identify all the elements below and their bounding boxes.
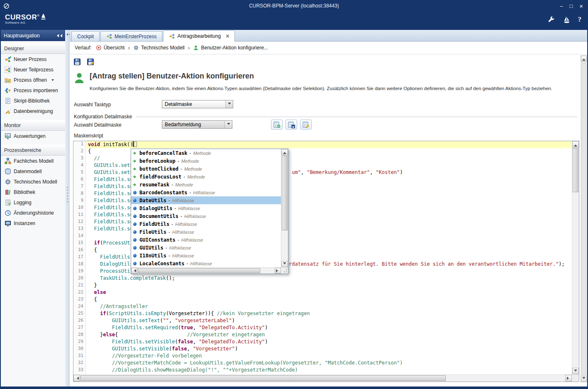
autocomplete-separator: - (181, 166, 182, 172)
code-line[interactable]: else (86, 289, 572, 296)
tab-antragsbearbeitung[interactable]: Antragsbearbeitung× (163, 30, 235, 42)
sidebar-item-skript-bibliothek[interactable]: Skript-Bibliothek (1, 95, 65, 106)
autocomplete-item-fileutils[interactable]: FileUtils - Hilfsklasse (131, 228, 281, 236)
splitter-handle[interactable] (67, 187, 68, 203)
class-icon (132, 253, 137, 258)
popup-vertical-scrollbar[interactable] (281, 149, 288, 267)
autocomplete-item-dateutils[interactable]: DateUtils - Hilfsklasse (131, 196, 281, 204)
maximize-button[interactable]: □ (569, 3, 573, 9)
sidebar-splitter[interactable] (65, 30, 70, 387)
sidebar-item-neuer-teilprozess[interactable]: Neuer Teilprozess (1, 64, 65, 75)
sidebar-section-monitor[interactable]: Monitor (1, 120, 65, 131)
sidebar-item-technisches-modell[interactable]: Technisches Modell (1, 176, 65, 187)
code-line[interactable]: if(ScriptUtils.isEmpty(Vorgesetzter)){ /… (86, 311, 572, 318)
scroll-right-button[interactable] (275, 268, 281, 274)
detailmask-select[interactable]: Bedarfsmeldung (162, 120, 232, 129)
tasktype-select[interactable]: Detailmaske (162, 100, 233, 108)
sidebar-item-logging[interactable]: Logging (1, 197, 65, 208)
code-line[interactable]: }else{ //Vorgesetzter eingetragen (86, 332, 572, 339)
sidebar-item-datenmodell[interactable]: Datenmodell (1, 166, 65, 176)
code-line[interactable]: TaskUtils.completeTask(); (86, 275, 572, 282)
sidebar-item-auswertungen[interactable]: Auswertungen (1, 131, 65, 141)
autocomplete-item-barcodeconstants[interactable]: BarcodeConstants - Hilfsklasse (131, 188, 281, 196)
vertical-scroll-thumb[interactable] (573, 148, 578, 192)
code-line[interactable]: } (86, 282, 572, 289)
code-line[interactable]: { (86, 296, 572, 303)
sidebar-item-prozess-importieren[interactable]: Prozess importieren (1, 85, 65, 95)
scroll-down-button[interactable] (572, 368, 579, 374)
sidebar-item-aenderungshistorie[interactable]: Änderungshistorie (1, 208, 65, 218)
tools-icon[interactable] (547, 16, 555, 24)
save-edit-button[interactable] (85, 57, 96, 67)
autocomplete-item-fieldfocuslost[interactable]: fieldFocusLost - Methode (131, 173, 281, 181)
tab-meinersterprozess[interactable]: MeinErsterProzess (100, 31, 162, 41)
collapse-sidebar-icon[interactable] (56, 34, 62, 37)
help-icon[interactable]: ? (578, 15, 582, 24)
sidebar-section-prozessbereiche[interactable]: Prozessbereiche (1, 144, 65, 156)
maskscript-label: Maskenskript (74, 133, 103, 139)
resize-grip[interactable] (281, 267, 288, 274)
autocomplete-item-beforelookup[interactable]: beforeLookup - Methode (131, 157, 281, 165)
code-line[interactable]: GUIUtils.setText("", "vorgesetzterLabel"… (86, 318, 572, 325)
autocomplete-item-guiconstants[interactable]: GUIConstants - Hilfsklasse (131, 236, 281, 244)
minimize-button[interactable]: – (560, 3, 563, 9)
scroll-up-button[interactable] (572, 141, 579, 148)
scroll-left-button[interactable] (73, 375, 80, 382)
chevron-down-icon[interactable] (224, 121, 232, 128)
close-button[interactable]: × (579, 2, 583, 10)
sidebar-item-neuer-prozess[interactable]: Neuer Prozess (1, 54, 65, 64)
chevron-down-icon[interactable] (51, 79, 54, 82)
scroll-down-button[interactable] (581, 376, 587, 382)
autocomplete-item-guiutils[interactable]: GUIUtils - Hilfsklasse (131, 244, 281, 252)
new-detailmask-button[interactable] (271, 120, 283, 130)
scroll-left-button[interactable] (131, 268, 137, 274)
scroll-down-button[interactable] (281, 261, 288, 267)
edit-detailmask-button[interactable] (300, 120, 312, 130)
reports-icon (5, 133, 11, 139)
breadcrumb-item-uebersicht[interactable]: Übersicht (96, 45, 125, 51)
close-tab-icon[interactable]: × (226, 33, 229, 39)
autocomplete-item-fieldutils[interactable]: FieldUtils - Hilfsklasse (131, 220, 281, 228)
breadcrumb-item-technisches-modell[interactable]: Technisches Modell (133, 45, 185, 51)
tab-cockpit[interactable]: Cockpit (71, 31, 100, 41)
autocomplete-separator: - (166, 245, 167, 251)
vertical-scroll-thumb[interactable] (581, 63, 586, 375)
code-line[interactable]: //Antragssteller (86, 303, 572, 311)
code-line[interactable]: FieldUtils.setVisible(false, "DelegatedT… (86, 339, 572, 346)
autocomplete-item-buttonclicked[interactable]: buttonClicked - Methode (131, 165, 281, 173)
autocomplete-item-i18nutils[interactable]: I18nUtils - Hilfsklasse (131, 252, 281, 259)
sidebar-section-designer[interactable]: Designer (1, 43, 65, 54)
scroll-up-button[interactable] (281, 149, 288, 155)
code-line[interactable]: FieldUtils.setRequired(true, "DelegatedT… (86, 325, 572, 332)
breadcrumb-item-benutzer-aktion-konfiguriere[interactable]: Benutzer-Aktion konfiguriere... (193, 45, 268, 51)
editor-horizontal-scrollbar[interactable] (73, 374, 572, 382)
autocomplete-item-documentutils[interactable]: DocumentUtils - Hilfsklasse (131, 212, 281, 220)
code-line[interactable]: GUIUtils.setVisible(false, "Vorgesetzter… (86, 346, 572, 353)
horizontal-scroll-thumb[interactable] (138, 268, 260, 273)
sidebar-item-instanzen[interactable]: Instanzen (1, 218, 65, 228)
autocomplete-item-localeconstants[interactable]: LocaleConstants - Hilfsklasse (131, 259, 281, 267)
horizontal-scroll-thumb[interactable] (81, 375, 446, 381)
scroll-right-button[interactable] (565, 375, 572, 382)
line-number: 7 (73, 183, 85, 191)
vertical-scroll-thumb[interactable] (282, 156, 288, 230)
ship-icon[interactable] (563, 16, 571, 24)
autocomplete-item-dialogutils[interactable]: DialogUtils - Hilfsklasse (131, 204, 281, 212)
editor-vertical-scrollbar[interactable] (572, 141, 579, 374)
code-line[interactable]: //Vorgesetzter-Feld vorbelegen (86, 353, 572, 360)
sidebar-item-fachliches-modell[interactable]: Fachliches Modell (1, 156, 65, 166)
chevron-down-icon[interactable] (225, 100, 233, 108)
scroll-up-button[interactable] (581, 56, 587, 62)
save-button[interactable] (72, 57, 83, 67)
sidebar-item-prozess-oeffnen[interactable]: Prozess öffnen (1, 75, 65, 85)
sidebar-item-datenbereinigung[interactable]: Datenbereinigung (1, 106, 65, 116)
code-line[interactable]: //VorgesetzterMatchCode = LookupUtils.ge… (86, 360, 572, 367)
autocomplete-item-beforecanceltask[interactable]: beforeCancelTask - Methode (131, 149, 281, 157)
code-line[interactable]: void initTask() (86, 141, 572, 148)
popup-horizontal-scrollbar[interactable] (131, 267, 281, 274)
autocomplete-item-resumetask[interactable]: resumeTask - Methode (131, 181, 281, 188)
code-line[interactable]: //DialogUtils.showMessageDialog("!", ""+… (86, 367, 572, 374)
save-detailmask-button[interactable] (285, 120, 297, 130)
sidebar-item-bibliothek[interactable]: Bibliothek (1, 187, 65, 197)
panel-vertical-scrollbar[interactable] (581, 55, 587, 382)
